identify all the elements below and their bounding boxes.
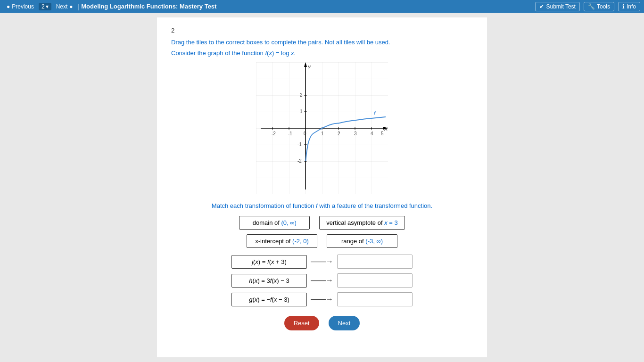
graph-container: -2 -1 0 1 2 3 4 5 X bbox=[256, 62, 388, 196]
previous-button[interactable]: ● Previous bbox=[4, 2, 37, 11]
svg-text:0: 0 bbox=[304, 131, 306, 136]
mapping-section: j(x) = f(x + 3) ——→ h(x) = 3f(x) − 3 ——→… bbox=[171, 255, 473, 306]
nav-divider: | bbox=[78, 3, 80, 10]
tile-domain[interactable]: domain of (0, ∞) bbox=[239, 216, 310, 230]
function-graph: -2 -1 0 1 2 3 4 5 X bbox=[256, 62, 388, 194]
question-number-display: 2 bbox=[171, 27, 473, 34]
mapping-target-g[interactable] bbox=[337, 292, 413, 306]
question-badge[interactable]: 2 ▾ bbox=[39, 3, 51, 10]
button-row: Reset Next bbox=[171, 316, 473, 330]
svg-text:2: 2 bbox=[300, 92, 303, 98]
circle-right-icon: ● bbox=[69, 3, 73, 10]
svg-text:Y: Y bbox=[307, 65, 311, 70]
tools-label: Tools bbox=[597, 3, 610, 10]
mapping-target-h[interactable] bbox=[337, 273, 413, 288]
svg-text:1: 1 bbox=[300, 109, 303, 114]
mapping-source-h: h(x) = 3f(x) − 3 bbox=[231, 274, 307, 288]
info-icon: ℹ bbox=[622, 3, 625, 10]
next-nav-label: Next bbox=[56, 3, 68, 10]
svg-text:3: 3 bbox=[354, 131, 357, 136]
previous-label: Previous bbox=[12, 3, 34, 10]
tile-vertical-asymptote[interactable]: vertical asymptote of x = 3 bbox=[319, 216, 405, 230]
main-content: 2 Drag the tiles to the correct boxes to… bbox=[0, 13, 644, 362]
question-number: 2 bbox=[41, 3, 45, 10]
submit-icon: ✔ bbox=[539, 3, 544, 10]
mapping-source-g: g(x) = −f(x − 3) bbox=[231, 293, 307, 306]
info-button[interactable]: ℹ Info bbox=[618, 2, 640, 11]
svg-text:2: 2 bbox=[338, 131, 340, 136]
submit-label: Submit Test bbox=[546, 3, 575, 10]
svg-text:5: 5 bbox=[381, 131, 384, 136]
top-navigation: ● Previous 2 ▾ Next ● | Modeling Logarit… bbox=[0, 0, 644, 13]
arrow-1: ——→ bbox=[311, 257, 333, 266]
svg-text:-2: -2 bbox=[272, 131, 276, 136]
svg-text:-1: -1 bbox=[297, 142, 302, 147]
instruction-text: Drag the tiles to the correct boxes to c… bbox=[171, 39, 473, 46]
arrow-3: ——→ bbox=[311, 295, 333, 304]
mapping-row-3: g(x) = −f(x − 3) ——→ bbox=[231, 292, 413, 306]
tools-icon: 🔧 bbox=[588, 3, 595, 10]
match-instruction: Match each transformation of function f … bbox=[171, 202, 473, 209]
svg-text:4: 4 bbox=[371, 131, 373, 136]
svg-text:-2: -2 bbox=[297, 158, 302, 164]
mapping-source-j: j(x) = f(x + 3) bbox=[231, 255, 307, 269]
nav-right: ✔ Submit Test 🔧 Tools ℹ Info bbox=[535, 2, 640, 11]
circle-left-icon: ● bbox=[7, 3, 10, 10]
submit-test-button[interactable]: ✔ Submit Test bbox=[535, 2, 579, 11]
svg-text:X: X bbox=[384, 126, 388, 132]
svg-text:-1: -1 bbox=[288, 131, 292, 136]
mapping-row-1: j(x) = f(x + 3) ——→ bbox=[231, 255, 413, 269]
dropdown-icon: ▾ bbox=[46, 3, 49, 10]
tiles-row-2: x-intercept of (-2, 0) range of (-3, ∞) bbox=[171, 234, 473, 248]
reset-button[interactable]: Reset bbox=[284, 316, 319, 330]
mapping-target-j[interactable] bbox=[337, 255, 413, 269]
function-prompt: Consider the graph of the function f(x) … bbox=[171, 49, 473, 57]
next-button[interactable]: Next bbox=[329, 316, 360, 330]
next-nav-button[interactable]: Next ● bbox=[53, 2, 76, 11]
tools-button[interactable]: 🔧 Tools bbox=[584, 2, 614, 11]
tile-x-intercept[interactable]: x-intercept of (-2, 0) bbox=[247, 234, 317, 248]
arrow-2: ——→ bbox=[311, 276, 333, 285]
tile-range[interactable]: range of (-3, ∞) bbox=[327, 234, 397, 248]
content-card: 2 Drag the tiles to the correct boxes to… bbox=[157, 17, 487, 357]
nav-left: ● Previous 2 ▾ Next ● | Modeling Logarit… bbox=[4, 2, 216, 11]
svg-text:1: 1 bbox=[321, 131, 324, 136]
page-title: Modeling Logarithmic Functions: Mastery … bbox=[81, 3, 216, 10]
tiles-row-1: domain of (0, ∞) vertical asymptote of x… bbox=[171, 216, 473, 230]
mapping-row-2: h(x) = 3f(x) − 3 ——→ bbox=[231, 273, 413, 288]
info-label: Info bbox=[627, 3, 636, 10]
